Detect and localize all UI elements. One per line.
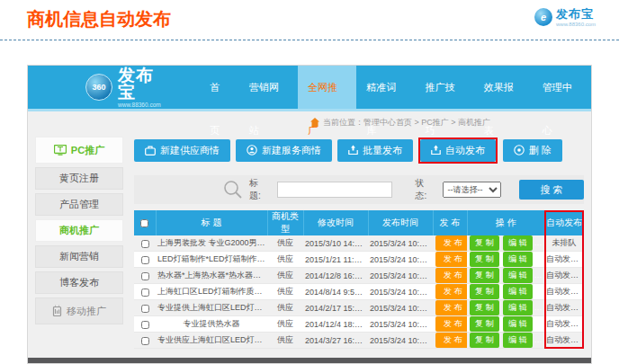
sidebar-item-mobile-promo[interactable]: 移动推广 <box>35 297 123 324</box>
auto-publish-button[interactable]: 自动发布 <box>420 139 496 162</box>
row-title: 专业供应上海虹口区LED灯箱制作-上.. <box>156 333 267 349</box>
nav-item-admin-center[interactable]: 管理中心 <box>533 66 591 109</box>
table-row: 热水器*上海热水器*热水器价格*热水.. 供应 2014/12/8 16:35:… <box>134 268 584 284</box>
row-title: 上海男装批发 专业G2000男装品牌.. <box>156 235 267 252</box>
row-publish-time: 2015/3/24 10:33:07 <box>368 284 433 300</box>
edit-button[interactable]: 编 辑 <box>503 333 533 348</box>
sidebar-item-pc-promo[interactable]: PC推广 <box>35 137 123 164</box>
upload-icon <box>348 145 358 155</box>
nav-item-keywords[interactable]: 精准词库 <box>356 66 415 109</box>
row-status: 自动发布完成 <box>544 268 584 284</box>
copy-button[interactable]: 复 制 <box>470 316 499 332</box>
sidebar-item-label: 产品管理 <box>59 194 99 215</box>
select-all-checkbox[interactable] <box>140 219 148 227</box>
copy-button[interactable]: 复 制 <box>470 252 499 267</box>
row-modified-time: 2014/12/8 16:35:31 <box>303 268 368 284</box>
publish-button[interactable]: 发 布 <box>435 300 467 315</box>
delete-button[interactable]: 删 除 <box>503 139 562 162</box>
upload-icon <box>431 145 441 155</box>
row-publish-time: 2015/3/24 10:33:07 <box>368 333 433 349</box>
row-publish-time: 2015/3/24 10:33:07 <box>368 316 433 333</box>
header-publish: 发 布 <box>433 210 467 235</box>
nav-item-home[interactable]: 首页 <box>200 66 239 109</box>
sidebar-item-label: 博客发布 <box>59 272 99 293</box>
row-type: 供应 <box>267 252 303 268</box>
row-checkbox[interactable] <box>141 305 149 313</box>
biz-table-wrap: 标 题 商机类型 修改时间 发布时间 发 布 操 作 自动发布 上海男装批发 专… <box>134 210 584 349</box>
sidebar-item-yellowpages[interactable]: 黄页注册 <box>35 167 123 190</box>
copy-button[interactable]: 复 制 <box>470 235 499 251</box>
edit-button[interactable]: 编 辑 <box>503 316 533 332</box>
e-logo-icon: e <box>534 8 552 26</box>
monitor-icon <box>54 145 67 155</box>
edit-button[interactable]: 编 辑 <box>503 268 533 283</box>
edit-button[interactable]: 编 辑 <box>503 252 533 267</box>
app-logo-name: 发布宝 <box>118 67 171 101</box>
sidebar-item-label: 黄页注册 <box>59 168 99 189</box>
table-row: 上海男装批发 专业G2000男装品牌.. 供应 2015/3/10 14:56:… <box>134 235 584 252</box>
new-service-button[interactable]: 新建服务商情 <box>236 139 332 162</box>
status-select[interactable]: --请选择-- <box>443 182 500 198</box>
row-modified-time: 2015/3/10 14:56:59 <box>303 235 368 252</box>
nav-item-promo-tips[interactable]: 推广技巧 <box>415 66 473 109</box>
publish-button[interactable]: 发 布 <box>435 333 467 348</box>
publish-button[interactable]: 发 布 <box>435 268 467 283</box>
search-button[interactable]: 搜 索 <box>519 180 584 200</box>
page-title: 商机信息自动发布 <box>27 7 171 31</box>
row-status: 未排队 <box>544 235 584 252</box>
row-type: 供应 <box>267 316 303 333</box>
sidebar-item-news[interactable]: 新闻营销 <box>35 245 123 268</box>
window-footer-bar <box>28 358 591 363</box>
home-icon <box>310 118 319 127</box>
window-header: 360 发布宝 www.88360.com 首页 营销网站 全网推广 精准词库 … <box>28 66 591 109</box>
table-row: 专业提供上海虹口区LED灯箱制作 供应 2014/2/17 15:19:14 2… <box>134 300 584 316</box>
sidebar: PC推广 黄页注册 产品管理 商机推广 新闻营销 博客发布 移动推广 <box>35 137 123 349</box>
biz-table: 标 题 商机类型 修改时间 发布时间 发 布 操 作 自动发布 上海男装批发 专… <box>134 210 584 349</box>
publish-button[interactable]: 发 布 <box>435 252 467 267</box>
sidebar-item-products[interactable]: 产品管理 <box>35 193 123 216</box>
copy-button[interactable]: 复 制 <box>470 333 499 348</box>
sidebar-item-biz-promo[interactable]: 商机推广 <box>35 219 123 242</box>
edit-button[interactable]: 编 辑 <box>503 300 533 315</box>
row-checkbox[interactable] <box>141 337 149 345</box>
row-checkbox[interactable] <box>141 289 149 297</box>
edit-button[interactable]: 编 辑 <box>503 235 533 251</box>
search-bar: 标 题: 状 态: --请选择-- 搜 索 <box>134 175 584 204</box>
publish-button[interactable]: 发 布 <box>435 284 467 299</box>
new-supply-button[interactable]: 新建供应商情 <box>134 139 230 162</box>
nav-item-reports[interactable]: 效果报表 <box>474 66 533 109</box>
brand-url: www.88360.com <box>556 22 596 27</box>
row-checkbox[interactable] <box>141 240 149 248</box>
brand-name: 发布宝 <box>556 8 596 20</box>
nav-item-marketing-site[interactable]: 营销网站 <box>239 66 298 109</box>
publish-button[interactable]: 发 布 <box>435 316 467 332</box>
sidebar-item-blog[interactable]: 博客发布 <box>35 271 123 294</box>
row-type: 供应 <box>267 300 303 316</box>
copy-button[interactable]: 复 制 <box>470 284 499 299</box>
main-content: 新建供应商情 新建服务商情 批量发布 自动发布 <box>134 137 584 349</box>
copy-button[interactable]: 复 制 <box>470 268 499 283</box>
table-row: 专业提供热水器 供应 2014/12/4 18:07:50 2015/3/24 … <box>134 316 584 333</box>
table-header-row: 标 题 商机类型 修改时间 发布时间 发 布 操 作 自动发布 <box>134 210 584 235</box>
row-checkbox[interactable] <box>141 272 149 280</box>
row-publish-time: 2015/3/24 10:33:07 <box>368 300 433 316</box>
row-type: 供应 <box>267 268 303 284</box>
row-checkbox[interactable] <box>141 321 149 329</box>
table-row: 上海虹口区LED灯箱制作质量好上海虹.. 供应 2014/8/14 9:58:4… <box>134 284 584 300</box>
nav-item-network-promo[interactable]: 全网推广 <box>298 66 356 109</box>
button-label: 新建供应商情 <box>160 144 220 157</box>
batch-publish-button[interactable]: 批量发布 <box>337 139 413 162</box>
row-title: 上海虹口区LED灯箱制作质量好上海虹.. <box>156 284 267 300</box>
row-modified-time: 2014/2/17 15:19:14 <box>303 300 368 316</box>
row-status: 自动发布完成 <box>544 300 584 316</box>
title-label: 标 题: <box>249 177 272 202</box>
copy-button[interactable]: 复 制 <box>470 300 499 315</box>
header-ops: 操 作 <box>467 210 544 235</box>
row-modified-time: 2015/1/21 11:08:45 <box>303 252 368 268</box>
row-title: 专业提供上海虹口区LED灯箱制作 <box>156 300 267 316</box>
sidebar-item-label: 商机推广 <box>59 220 99 241</box>
edit-button[interactable]: 编 辑 <box>503 284 533 299</box>
title-input[interactable] <box>277 182 392 198</box>
publish-button[interactable]: 发 布 <box>435 235 467 251</box>
row-checkbox[interactable] <box>141 256 149 264</box>
